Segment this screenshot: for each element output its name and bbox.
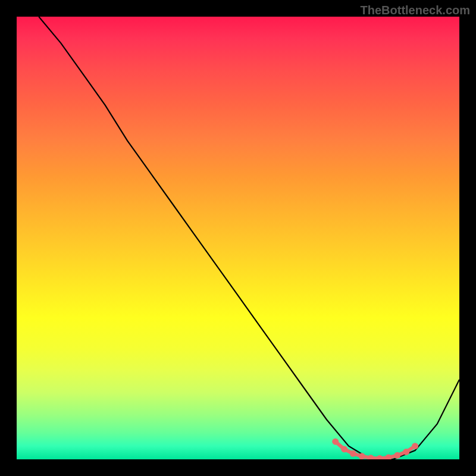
bottleneck-curve — [39, 17, 459, 459]
plot-area — [17, 17, 459, 459]
chart-svg — [17, 17, 459, 459]
watermark-text: TheBottleneck.com — [361, 4, 470, 17]
